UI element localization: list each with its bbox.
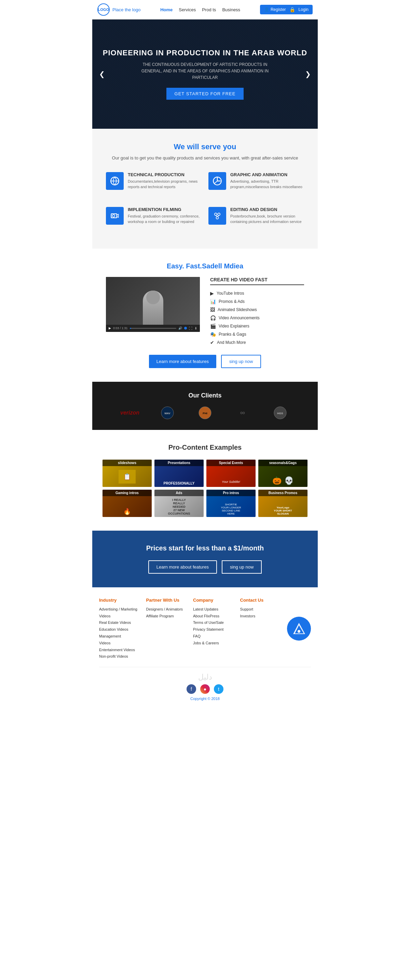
- footer-link[interactable]: Latest Updates: [193, 607, 219, 611]
- footer-bottom: دليل f ● t Copyright © 2018: [99, 667, 311, 701]
- footer-link[interactable]: Support: [240, 607, 254, 611]
- pro-heading: Pro-Content Examples: [99, 444, 311, 452]
- footer-link[interactable]: Advertising / Marketing Videos: [99, 607, 137, 618]
- pro-item-bizpromos[interactable]: Business Promos YourLogoYOUR SHORT SLOGA…: [258, 490, 308, 517]
- learn-more-button-1[interactable]: Learn more about features: [149, 355, 216, 368]
- footer-link[interactable]: Privacy Statement: [193, 627, 223, 632]
- footer-copyright: Copyright © 2018: [99, 697, 311, 701]
- instagram-icon[interactable]: ●: [200, 684, 210, 694]
- hd-list: CREATE HD VIDEO FAST ▶ YouTube Intros 📊 …: [210, 277, 304, 347]
- twitter-icon[interactable]: t: [214, 684, 223, 694]
- footer-col-partner-title: Partner With Us: [146, 598, 187, 603]
- signup-button-2[interactable]: sing up now: [222, 560, 262, 574]
- footer-item: Affiliate Program: [146, 613, 187, 620]
- hero-next-arrow[interactable]: ❯: [302, 67, 314, 82]
- hd-item-1: ▶ YouTube Intros: [210, 289, 304, 298]
- login-link[interactable]: Login: [298, 7, 308, 12]
- hero-prev-arrow[interactable]: ❮: [96, 67, 108, 82]
- client-logo-verizon: verizon: [116, 410, 144, 416]
- footer-logo: [287, 617, 311, 641]
- footer-link[interactable]: Education Videos: [99, 627, 128, 632]
- easy-heading: Easy. Fast.Sadell Mdiea: [99, 262, 311, 270]
- pro-item-label-ads: Ads: [155, 490, 204, 496]
- auth-area: 👤 Register 🔒 Login: [260, 5, 313, 14]
- svg-point-5: [218, 213, 220, 215]
- clients-section: Our Clients verizon MAV PHI ∞ HGS: [92, 382, 318, 430]
- footer-link[interactable]: About FlixPress: [193, 614, 219, 618]
- progress-bar[interactable]: [130, 328, 176, 329]
- footer-col-industry: Industry Advertising / Marketing Videos …: [99, 598, 139, 660]
- pro-item-label-prointros: Pro intros: [206, 490, 255, 496]
- pricing-buttons: Learn more about features sing up now: [99, 560, 311, 574]
- footer-item: Support: [240, 606, 281, 613]
- footer-link[interactable]: Terms of Use/Sale: [193, 620, 224, 625]
- hd-item-5: 🎬 Video Explainers: [210, 322, 304, 330]
- footer-item: FAQ: [193, 633, 233, 640]
- footer-link[interactable]: Affiliate Program: [146, 614, 174, 618]
- play-icon[interactable]: ▶: [108, 326, 111, 330]
- video-time: 0:03 / 1:31: [113, 326, 128, 330]
- hd-item-3: 🖼 Animated Slideshows: [210, 305, 304, 314]
- footer-item: Investors: [240, 613, 281, 620]
- pro-item-label-events: Special Events: [206, 460, 255, 466]
- pro-item-gaming[interactable]: Gaming intros 🔥: [102, 490, 152, 517]
- footer-link[interactable]: FAQ: [193, 634, 201, 638]
- nav-products[interactable]: Prod ts: [202, 7, 216, 12]
- feature-text-3: IMPLEMENTION FILMING Festival, graduatio…: [128, 207, 202, 235]
- feature-item-3: IMPLEMENTION FILMING Festival, graduatio…: [106, 207, 202, 235]
- feature-item-2: GRAPHIC AND ANIMATION Advertising, adver…: [208, 172, 304, 200]
- footer-item: Videos: [99, 640, 139, 647]
- hd-item-6: 🎭 Pranks & Gags: [210, 330, 304, 338]
- footer-link[interactable]: Designers / Animators: [146, 607, 183, 611]
- footer-col-industry-title: Industry: [99, 598, 139, 603]
- pro-item-label-slideshows: slideshows: [102, 460, 152, 466]
- svg-point-4: [215, 213, 217, 215]
- footer-item: Entertainment Videos: [99, 647, 139, 654]
- volume-icon[interactable]: 🔊: [178, 326, 182, 330]
- register-link[interactable]: 👤 Register: [264, 7, 286, 12]
- footer-columns: Industry Advertising / Marketing Videos …: [99, 598, 311, 660]
- facebook-icon[interactable]: f: [187, 684, 196, 694]
- pro-item-prointros[interactable]: Pro intros SHORTIEYOUR LONGER SECOND LIN…: [206, 490, 255, 517]
- editing-design-icon: [208, 207, 226, 225]
- footer-link[interactable]: Non-profit Videos: [99, 654, 128, 658]
- nav-home[interactable]: Home: [160, 7, 172, 12]
- nav-services[interactable]: Services: [179, 7, 196, 12]
- footer-link[interactable]: Videos: [99, 641, 110, 645]
- pro-item-seasonals[interactable]: seasonals&Gags 🎃💀: [258, 460, 308, 487]
- pricing-section: Prices start for less than a $1/month Le…: [92, 531, 318, 587]
- video-controls: ▶ 0:03 / 1:31 🔊 ⛶ ⬇: [106, 325, 200, 332]
- pro-item-label-bizpromos: Business Promos: [258, 490, 308, 496]
- footer-link[interactable]: Jobs & Careers: [193, 641, 219, 645]
- nav-business[interactable]: Business: [222, 7, 240, 12]
- footer-col-partner: Partner With Us Designers / Animators Af…: [146, 598, 187, 660]
- hero-cta-button[interactable]: GET STARTED FOR FREE: [166, 88, 244, 100]
- footer-col-contact-title: Contact Us: [240, 598, 281, 603]
- easy-buttons: Learn more about features sing up now: [99, 355, 311, 368]
- hd-items: ▶ YouTube Intros 📊 Promos & Ads 🖼 Animat…: [210, 289, 304, 347]
- pro-item-slideshows[interactable]: slideshows 📋: [102, 460, 152, 487]
- footer-item: Latest Updates: [193, 606, 233, 613]
- client-logo-brand4: ∞: [229, 409, 256, 417]
- footer-link[interactable]: Investors: [240, 614, 255, 618]
- pro-item-ads[interactable]: Ads I REALLYREALLYNEEDED27 NEW OCCUPATIO…: [155, 490, 204, 517]
- feature-item-1: TECHNICAL PRODUCTION Documentaries,telev…: [106, 172, 202, 200]
- fullscreen-icon[interactable]: ⛶: [189, 326, 192, 330]
- download-icon[interactable]: ⬇: [195, 326, 197, 330]
- signup-button-1[interactable]: sing up now: [221, 355, 261, 368]
- more-icon: ✔: [210, 340, 214, 345]
- pro-item-special-events[interactable]: Special Events Your Subtitle!: [206, 460, 255, 487]
- learn-more-button-2[interactable]: Learn more about features: [148, 560, 217, 574]
- hd-item-7: ✔ And Much More: [210, 338, 304, 347]
- footer-link[interactable]: Real Estate Videos: [99, 620, 131, 625]
- nav-links: Home Services Prod ts Business: [160, 7, 240, 12]
- pro-item-presentations[interactable]: Presentations PROFESSIONALLY: [155, 460, 204, 487]
- footer-link[interactable]: Management: [99, 634, 121, 638]
- footer-col-contact: Contact Us Support Investors: [240, 598, 281, 660]
- footer-col-company-title: Company: [193, 598, 233, 603]
- hero-content: PIONEERING IN PRODUCTION IN THE ARAB WOR…: [96, 42, 314, 107]
- footer-link[interactable]: Entertainment Videos: [99, 648, 135, 652]
- video-player[interactable]: ▶ 0:03 / 1:31 🔊 ⛶ ⬇: [106, 277, 200, 332]
- footer-watermark: دليل: [99, 673, 311, 682]
- svg-text:MAV: MAV: [164, 412, 171, 415]
